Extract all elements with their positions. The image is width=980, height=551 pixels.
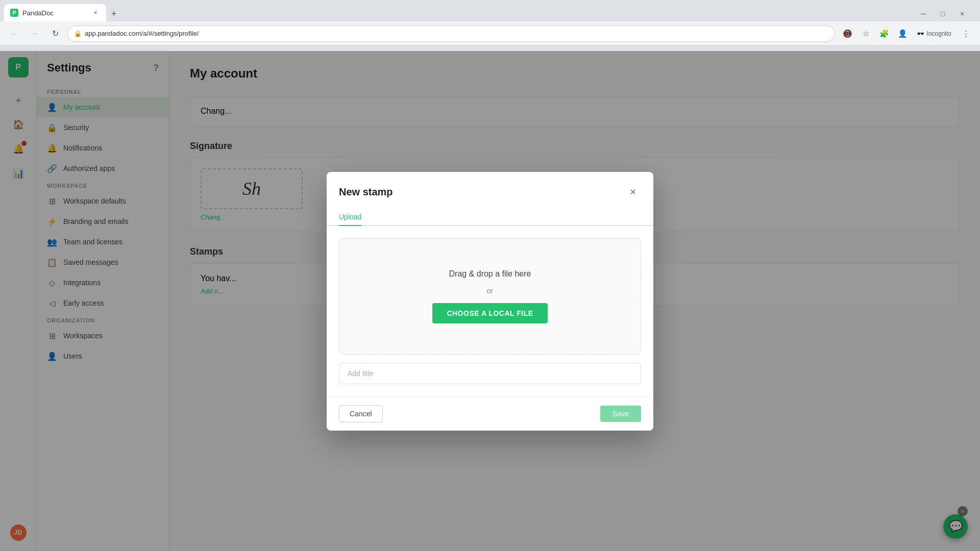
tab-favicon: P [10, 9, 18, 17]
incognito-icon: 🕶️ [917, 30, 924, 37]
tab-upload[interactable]: Upload [339, 209, 361, 226]
save-button[interactable]: Save [600, 406, 641, 422]
maximize-button[interactable]: □ [935, 6, 950, 21]
choose-file-button[interactable]: CHOOSE A LOCAL FILE [432, 303, 547, 323]
modal-footer: Cancel Save [327, 396, 653, 431]
close-browser-button[interactable]: × [954, 6, 970, 21]
drop-or-text: or [487, 287, 493, 295]
address-bar[interactable]: 🔒 app.pandadoc.com/a/#/settings/profile/ [67, 26, 835, 42]
bookmark-button[interactable]: ☆ [857, 26, 874, 42]
forward-button[interactable]: → [27, 26, 43, 42]
incognito-badge[interactable]: 🕶️ Incognito [913, 28, 955, 39]
browser-tab[interactable]: P PandaDoc × [4, 4, 106, 21]
tab-close-button[interactable]: × [91, 8, 100, 17]
extensions-button[interactable]: 🧩 [876, 26, 892, 42]
modal-title: New stamp [339, 186, 393, 198]
browser-chrome: P PandaDoc × + ─ □ × ← → ↻ 🔒 app.pandado… [0, 0, 980, 51]
refresh-button[interactable]: ↻ [47, 26, 63, 42]
toolbar-extras: 📵 ☆ 🧩 👤 🕶️ Incognito ⋮ [839, 26, 974, 42]
modal-tabs: Upload [327, 209, 653, 226]
tab-title: PandaDoc [22, 9, 54, 17]
minimize-button[interactable]: ─ [916, 6, 931, 21]
lock-icon: 🔒 [74, 30, 82, 37]
new-stamp-modal: New stamp × Upload Drag & drop a file he… [327, 172, 653, 431]
cancel-button[interactable]: Cancel [339, 405, 383, 422]
menu-button[interactable]: ⋮ [958, 26, 974, 42]
tab-extras: ─ □ × [916, 6, 976, 21]
address-text: app.pandadoc.com/a/#/settings/profile/ [85, 30, 199, 37]
drop-text: Drag & drop a file here [449, 269, 531, 279]
modal-overlay[interactable]: New stamp × Upload Drag & drop a file he… [0, 51, 980, 551]
back-button[interactable]: ← [6, 26, 22, 42]
new-tab-button[interactable]: + [106, 6, 121, 21]
incognito-label: Incognito [926, 30, 951, 37]
browser-tabs: P PandaDoc × + ─ □ × [0, 0, 980, 21]
modal-close-button[interactable]: × [625, 184, 641, 201]
title-input[interactable] [339, 363, 641, 384]
drop-zone[interactable]: Drag & drop a file here or CHOOSE A LOCA… [339, 238, 641, 355]
cast-button[interactable]: 📵 [839, 26, 855, 42]
profile-button[interactable]: 👤 [894, 26, 911, 42]
modal-header: New stamp × [327, 172, 653, 201]
browser-toolbar: ← → ↻ 🔒 app.pandadoc.com/a/#/settings/pr… [0, 21, 980, 46]
modal-body: Drag & drop a file here or CHOOSE A LOCA… [327, 226, 653, 396]
